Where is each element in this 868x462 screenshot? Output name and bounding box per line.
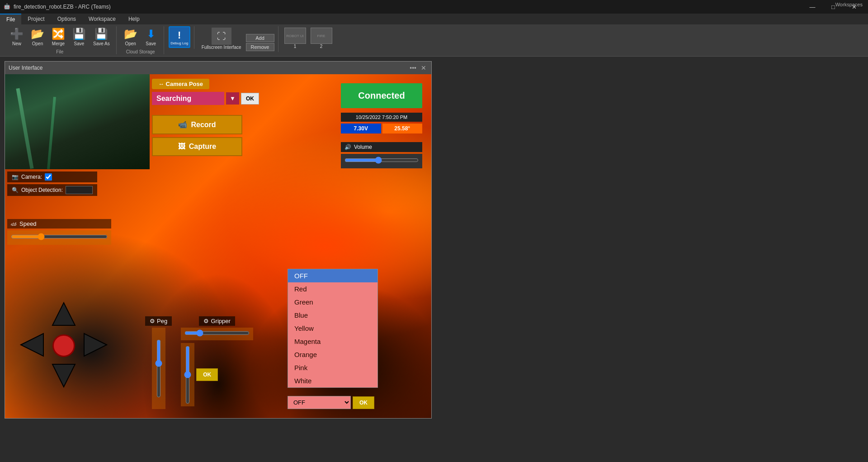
file-group-label: File — [56, 49, 63, 54]
tab-project[interactable]: Project — [21, 14, 51, 24]
save-as-button[interactable]: 💾 Save As — [90, 26, 113, 48]
ribbon-group-workspaces: ROBOT UI 1 FIRE 2 Workspaces — [279, 26, 337, 51]
save-label: Save — [74, 41, 85, 46]
workspace-1-button[interactable]: ROBOT UI 1 — [283, 26, 307, 50]
ui-panel-body: ↔ Camera Pose Searching ▼ OK 📹 Record 🖼 — [5, 74, 431, 418]
camera-preview — [5, 74, 150, 169]
datetime-display: 10/25/2022 7:50:20 PM — [341, 113, 422, 122]
merge-label: Merge — [52, 41, 65, 46]
volume-section: 🔊 Volume — [341, 142, 422, 168]
connected-button[interactable]: Connected — [341, 83, 422, 108]
save-button[interactable]: 💾 Save — [70, 26, 89, 48]
workspace: User Interface ••• ✕ ↔ Camera Pose Searc… — [0, 57, 868, 450]
gripper-vertical-slider[interactable] — [151, 346, 224, 404]
save-as-icon: 💾 — [94, 28, 108, 40]
cloud-open-button[interactable]: 📂 Open — [121, 26, 140, 48]
bottom-color-select[interactable]: OFF — [288, 396, 351, 409]
panel-controls: ••• ✕ — [408, 64, 428, 71]
camera-pose-select[interactable]: Searching — [152, 92, 224, 105]
object-detection-label-text: Object Detection: — [21, 187, 63, 193]
camera-label-text: Camera: — [21, 174, 42, 180]
ribbon-cloud-items: 📂 Open ⬇ Save — [121, 26, 160, 48]
gripper-vertical-slider-wrapper — [181, 343, 194, 406]
add-remove-group: Add Remove — [246, 34, 274, 51]
dpad-right-btn[interactable] — [82, 331, 109, 360]
volume-label: 🔊 Volume — [341, 142, 422, 152]
capture-label: Capture — [189, 143, 216, 151]
color-option-yellow[interactable]: Yellow — [288, 322, 377, 335]
search-icon: 🔍 — [12, 187, 19, 193]
bottom-ok-button[interactable]: OK — [353, 396, 374, 409]
volume-slider-container — [341, 154, 422, 168]
cloud-open-icon: 📂 — [124, 28, 137, 40]
tab-file[interactable]: File — [0, 14, 21, 24]
cloud-save-icon: ⬇ — [146, 28, 156, 40]
color-option-orange[interactable]: Orange — [288, 348, 377, 361]
object-detection-input[interactable] — [66, 186, 93, 194]
gripper-label: ⚙ Gripper — [199, 316, 235, 326]
color-option-pink[interactable]: Pink — [288, 361, 377, 374]
fullscreen-label: Fullscreen Interface — [202, 45, 241, 50]
cloud-group-label: Cloud Storage — [126, 49, 155, 54]
info-panel: 10/25/2022 7:50:20 PM 7.30V 25.58° — [341, 113, 422, 136]
camera-icon: 📷 — [12, 174, 19, 180]
color-option-green[interactable]: Green — [288, 295, 377, 309]
dpad-up-btn[interactable] — [50, 300, 77, 329]
color-option-off[interactable]: OFF — [288, 269, 377, 282]
debug-icon: ! — [178, 29, 181, 41]
svg-marker-0 — [52, 303, 75, 325]
camera-label-row: 📷 Camera: — [7, 171, 97, 182]
peg-icon: ⚙ — [150, 318, 155, 324]
workspaces-label: Workspaces — [830, 0, 868, 9]
speed-slider-container — [7, 230, 111, 245]
minimize-button[interactable]: — — [802, 0, 823, 14]
volume-slider[interactable] — [344, 157, 419, 164]
workspace-2-button[interactable]: FIRE 2 — [309, 26, 334, 50]
open-button[interactable]: 📂 Open — [28, 26, 47, 48]
dpad-down-btn[interactable] — [50, 362, 77, 391]
gripper-slider-top-wrapper — [181, 328, 253, 340]
remove-button[interactable]: Remove — [246, 43, 274, 51]
cloud-save-button[interactable]: ⬇ Save — [142, 26, 160, 48]
gripper-slider-top[interactable] — [184, 329, 250, 337]
panel-more-button[interactable]: ••• — [408, 64, 418, 71]
svg-marker-1 — [52, 364, 75, 387]
panel-close-button[interactable]: ✕ — [420, 64, 428, 71]
camera-pose-row: Searching ▼ OK — [152, 92, 259, 105]
camera-pose-ok-button[interactable]: OK — [241, 93, 259, 105]
dpad-left-btn[interactable] — [19, 331, 46, 360]
add-button[interactable]: Add — [246, 34, 274, 42]
capture-button[interactable]: 🖼 Capture — [152, 137, 242, 156]
color-option-red[interactable]: Red — [288, 282, 377, 295]
tab-workspace[interactable]: Workspace — [82, 14, 122, 24]
workspace-1-thumbnail: ROBOT UI — [284, 28, 306, 44]
ui-panel-titlebar: User Interface ••• ✕ — [5, 62, 431, 74]
svg-marker-3 — [84, 333, 107, 356]
capture-icon: 🖼 — [178, 143, 185, 151]
cloud-save-label: Save — [146, 41, 156, 46]
title-bar: 🤖 fire_detection_robot.EZB - ARC (Teams)… — [0, 0, 868, 14]
merge-button[interactable]: 🔀 Merge — [49, 26, 68, 48]
color-option-white[interactable]: White — [288, 374, 377, 387]
tab-options[interactable]: Options — [51, 14, 82, 24]
color-option-magenta[interactable]: Magenta — [288, 335, 377, 348]
color-option-blue[interactable]: Blue — [288, 309, 377, 322]
searching-dropdown-arrow[interactable]: ▼ — [226, 92, 239, 105]
workspace-2-thumbnail: FIRE — [311, 28, 332, 44]
speed-label: 🏎 Speed — [7, 219, 111, 229]
tab-help[interactable]: Help — [122, 14, 146, 24]
record-button[interactable]: 📹 Record — [152, 115, 242, 134]
save-as-label: Save As — [93, 41, 110, 46]
new-button[interactable]: ➕ New — [7, 26, 26, 48]
debug-log-button[interactable]: ! Debug Log — [169, 26, 190, 48]
app-icon: 🤖 — [4, 3, 11, 10]
ribbon: File Project Options Workspace Help ➕ Ne… — [0, 14, 868, 57]
fullscreen-button[interactable]: ⛶ Fullscreen Interface — [199, 26, 244, 51]
camera-checkbox[interactable] — [45, 173, 52, 181]
speed-slider[interactable] — [11, 233, 108, 240]
camera-obj-row: 📷 Camera: 🔍 Object Detection: — [7, 171, 97, 196]
speaker-icon: 🔊 — [344, 144, 351, 150]
dpad — [19, 300, 109, 391]
record-capture-section: 📹 Record 🖼 Capture — [152, 115, 242, 156]
camera-pose-label: ↔ Camera Pose — [152, 79, 209, 89]
